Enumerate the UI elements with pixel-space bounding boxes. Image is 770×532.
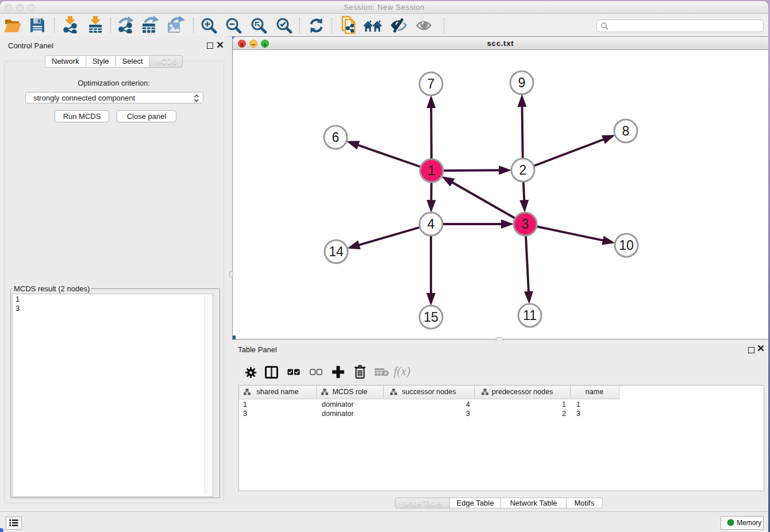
svg-text:11: 11: [523, 308, 537, 323]
svg-text:15: 15: [424, 310, 438, 325]
svg-text:1: 1: [428, 163, 436, 178]
svg-text:9: 9: [518, 75, 526, 90]
svg-text:7: 7: [428, 76, 435, 91]
svg-text:6: 6: [332, 130, 340, 145]
svg-text:3: 3: [522, 217, 529, 232]
svg-text:14: 14: [329, 244, 344, 259]
svg-text:8: 8: [622, 124, 630, 138]
svg-text:4: 4: [428, 217, 435, 232]
svg-text:10: 10: [619, 238, 634, 253]
svg-text:2: 2: [519, 163, 527, 178]
